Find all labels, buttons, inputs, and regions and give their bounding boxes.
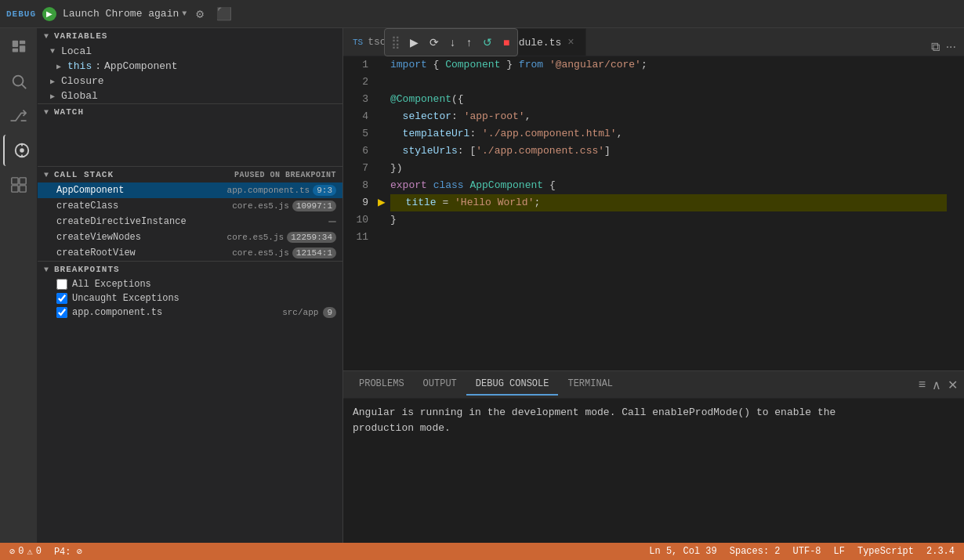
bp-count: 9 [323, 307, 336, 318]
error-count: 0 [18, 546, 24, 557]
activity-icon-git[interactable]: ⎇ [3, 100, 34, 132]
stop-button[interactable]: ■ [498, 33, 514, 52]
status-spaces[interactable]: Spaces: 2 [727, 546, 784, 557]
callstack-item-createviewnodes[interactable]: createViewNodes core.es5.js 12259:34 [38, 229, 342, 245]
tab-terminal[interactable]: TERMINAL [558, 374, 622, 396]
code-line-9: ▶ title = 'Hello World'; [390, 194, 947, 211]
bp-checkbox-all[interactable] [56, 279, 67, 290]
closure-label: Closure [61, 75, 104, 87]
drag-handle[interactable]: ⣿ [388, 34, 404, 50]
chevron-icon: ▼ [44, 32, 49, 41]
watch-section: ▼ WATCH [38, 104, 342, 167]
callstack-item-appcomponent[interactable]: AppComponent app.component.ts 9:3 [38, 182, 342, 198]
error-icon: ⊘ [9, 546, 15, 558]
activity-icon-extensions[interactable] [3, 169, 34, 201]
code-line-11 [390, 229, 947, 246]
breakpoints-header[interactable]: ▼ BREAKPOINTS [38, 262, 342, 277]
debug-play-button[interactable]: ▶ [42, 7, 56, 21]
continue-button[interactable]: ▶ [405, 33, 423, 52]
expand-icon: ▼ [50, 47, 58, 56]
status-debug-mode[interactable]: P4: ⊘ [51, 546, 85, 558]
svg-rect-11 [19, 178, 25, 184]
activity-bar: ⎇ [0, 28, 38, 543]
status-bar: ⊘ 0 ⚠ 0 P4: ⊘ Ln 5, Col 39 Spaces: 2 UTF… [0, 543, 964, 560]
bp-item-appcomponent-ts[interactable]: app.component.ts src/app 9 [38, 305, 342, 320]
global-section-item[interactable]: ▶ Global [38, 89, 342, 103]
version-text: 2.3.4 [926, 546, 955, 557]
cs-line: 10997:1 [292, 201, 336, 211]
console-line-1: Angular is running in the development mo… [353, 405, 955, 421]
debug-bar: DEBUG ▶ Launch Chrome again ▼ ⚙ ⬛ [0, 0, 964, 28]
status-line-col[interactable]: Ln 5, Col 39 [646, 546, 719, 557]
step-into-button[interactable]: ↓ [445, 33, 460, 52]
closure-section-item[interactable]: ▶ Closure [38, 74, 342, 89]
cs-file: core.es5.js [232, 248, 289, 258]
svg-point-7 [20, 148, 24, 153]
local-label: Local [61, 45, 92, 57]
callstack-item-createrootview[interactable]: createRootView core.es5.js 12154:1 [38, 245, 342, 261]
callstack-item-createclass[interactable]: createClass core.es5.js 10997:1 [38, 198, 342, 214]
filter-button[interactable]: ≡ [919, 378, 926, 392]
restart-button[interactable]: ↺ [478, 33, 497, 52]
local-section-item[interactable]: ▼ Local [38, 44, 342, 59]
callstack-item-createdirectiveinstance[interactable]: createDirectiveInstance [38, 214, 342, 229]
svg-rect-2 [19, 45, 24, 52]
variables-header[interactable]: ▼ VARIABLES [38, 28, 342, 44]
bp-item-uncaught[interactable]: Uncaught Exceptions [38, 291, 342, 305]
more-actions-button[interactable]: ··· [944, 38, 958, 56]
bp-name: app.component.ts [72, 307, 162, 318]
scrollbar[interactable] [953, 56, 964, 370]
close-panel-button[interactable]: ✕ [948, 378, 958, 392]
collapse-button[interactable]: ∧ [932, 378, 941, 392]
split-editor-button[interactable]: ⧉ [930, 38, 941, 56]
cs-name: createClass [56, 201, 232, 211]
bp-item-all-exceptions[interactable]: All Exceptions [38, 277, 342, 291]
code-line-10: } [390, 211, 947, 229]
code-content[interactable]: import { Component } from '@angular/core… [375, 56, 953, 370]
bp-name: Uncaught Exceptions [72, 293, 179, 304]
status-encoding[interactable]: UTF-8 [790, 546, 824, 557]
code-line-5: templateUrl: './app.component.html', [390, 125, 947, 143]
code-line-6: styleUrls: ['./app.component.css'] [390, 143, 947, 160]
status-version[interactable]: 2.3.4 [923, 546, 958, 557]
bp-checkbox-appcomponent[interactable] [56, 307, 67, 318]
this-variable-item[interactable]: ▶ this : AppComponent [38, 59, 342, 74]
status-errors[interactable]: ⊘ 0 ⚠ 0 [6, 546, 45, 558]
activity-icon-explorer[interactable] [3, 31, 34, 63]
code-line-4: selector: 'app-root', [390, 108, 947, 125]
activity-icon-debug[interactable] [3, 135, 34, 166]
breakpoints-label: BREAKPOINTS [54, 265, 120, 274]
cs-name: createViewNodes [56, 232, 227, 243]
debug-config-name[interactable]: Launch Chrome again ▼ [63, 8, 187, 20]
cs-line: 9:3 [313, 185, 336, 196]
step-over-button[interactable]: ⟳ [425, 33, 444, 52]
var-this-name: this [67, 60, 92, 72]
bottom-panel: PROBLEMS OUTPUT DEBUG CONSOLE TERMINAL ≡… [343, 370, 964, 543]
bp-path: src/app [282, 308, 318, 317]
callstack-header[interactable]: ▼ CALL STACK PAUSED ON BREAKPOINT [38, 167, 342, 182]
gear-icon[interactable]: ⚙ [193, 5, 207, 23]
debug-toolbar: ⣿ ▶ ⟳ ↓ ↑ ↺ ■ [384, 28, 518, 56]
activity-icon-search[interactable] [3, 66, 34, 97]
tab-close-icon[interactable]: × [566, 36, 575, 49]
svg-rect-10 [11, 178, 17, 184]
debug-mode-text: P4: ⊘ [54, 546, 82, 558]
bp-checkbox-uncaught[interactable] [56, 293, 67, 304]
tab-debug-console[interactable]: DEBUG CONSOLE [466, 374, 559, 396]
cs-file: app.component.ts [227, 186, 310, 195]
tab-output[interactable]: OUTPUT [414, 374, 466, 396]
breakpoints-section: ▼ BREAKPOINTS All Exceptions Uncaught Ex… [38, 262, 342, 320]
tab-problems[interactable]: PROBLEMS [350, 374, 414, 396]
svg-rect-1 [19, 41, 24, 45]
paused-badge: PAUSED ON BREAKPOINT [234, 171, 336, 179]
watch-label: WATCH [54, 107, 84, 117]
bp-name: All Exceptions [72, 279, 151, 290]
status-language[interactable]: TypeScript [854, 546, 917, 557]
terminal-icon[interactable]: ⬛ [213, 5, 235, 23]
code-line-2 [390, 74, 947, 91]
ts-icon: TS [353, 38, 363, 47]
main-area: ⣿ ▶ ⟳ ↓ ↑ ↺ ■ ⎇ ▼ VARIABLES [0, 28, 964, 543]
status-eol[interactable]: LF [831, 546, 848, 557]
watch-header[interactable]: ▼ WATCH [38, 104, 342, 120]
step-out-button[interactable]: ↑ [462, 33, 477, 52]
